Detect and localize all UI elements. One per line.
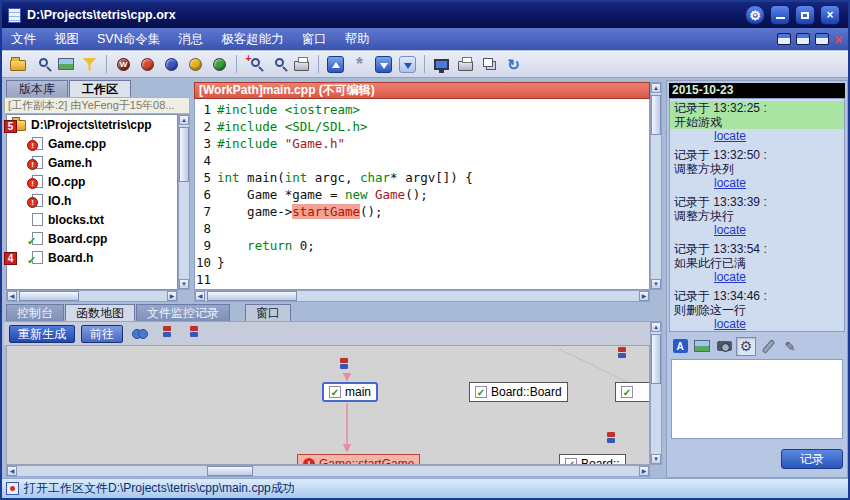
- menu-item-视图[interactable]: 视图: [45, 28, 88, 50]
- red-ball-icon[interactable]: [137, 54, 158, 75]
- scroll-up-icon[interactable]: ▲: [651, 83, 661, 93]
- tree-item[interactable]: IO.h: [7, 191, 177, 210]
- print-preview-icon[interactable]: [455, 54, 476, 75]
- title-bar[interactable]: D:\Projects\tetris\cpp.orx ⚙ ×: [2, 2, 848, 28]
- scrollbar-thumb[interactable]: [207, 466, 253, 476]
- marker-b-icon[interactable]: [183, 323, 204, 344]
- tab-版本库[interactable]: 版本库: [6, 80, 68, 97]
- locate-link[interactable]: locate: [714, 270, 746, 284]
- word-ball-icon[interactable]: W: [113, 54, 134, 75]
- scroll-up-icon[interactable]: ▲: [179, 115, 189, 125]
- tree-item[interactable]: blocks.txt: [7, 210, 177, 229]
- edit-icon[interactable]: ✎: [780, 337, 800, 356]
- tree-item[interactable]: Board.cpp: [7, 229, 177, 248]
- button-重新生成[interactable]: 重新生成: [9, 325, 75, 343]
- graph-node-Board[interactable]: ✓Board::: [559, 454, 626, 465]
- scrollbar-thumb[interactable]: [651, 95, 661, 135]
- map-icon[interactable]: [129, 323, 150, 344]
- menu-item-消息[interactable]: 消息: [169, 28, 212, 50]
- tab-控制台[interactable]: 控制台: [6, 304, 64, 321]
- tab-窗口[interactable]: 窗口: [245, 304, 291, 321]
- blue-ball-icon[interactable]: [161, 54, 182, 75]
- menu-item-极客超能力[interactable]: 极客超能力: [212, 28, 293, 50]
- filter-icon[interactable]: [79, 54, 100, 75]
- scrollbar-thumb[interactable]: [179, 127, 189, 182]
- function-map-graph[interactable]: ✓main✓Board::Board✓!Game::startGame✓Boar…: [6, 345, 650, 465]
- insert-image-icon[interactable]: [692, 337, 712, 356]
- scroll-left-icon[interactable]: ◀: [7, 291, 17, 301]
- scroll-left-icon[interactable]: ◀: [7, 466, 17, 476]
- graph-node[interactable]: ✓: [615, 382, 650, 402]
- button-前往[interactable]: 前往: [81, 325, 123, 343]
- tree-item[interactable]: Game.cpp: [7, 134, 177, 153]
- locate-link[interactable]: locate: [714, 176, 746, 190]
- locate-link[interactable]: locate: [714, 223, 746, 237]
- monitor-icon[interactable]: [431, 54, 452, 75]
- tree-item[interactable]: Game.h: [7, 153, 177, 172]
- open-workspace-icon[interactable]: [7, 54, 28, 75]
- scrollbar-thumb[interactable]: [651, 334, 661, 384]
- zoom-in-icon[interactable]: [243, 54, 264, 75]
- tab-文件监控记录[interactable]: 文件监控记录: [136, 304, 230, 321]
- record-button[interactable]: 记录: [781, 449, 843, 469]
- tree-vertical-scrollbar[interactable]: ▲ ▼: [178, 114, 190, 290]
- scroll-right-icon[interactable]: ▶: [639, 466, 649, 476]
- toggle-left-panel-icon[interactable]: [777, 33, 791, 45]
- yellow-ball-icon[interactable]: [185, 54, 206, 75]
- scrollbar-thumb[interactable]: [207, 291, 297, 301]
- move-down-icon[interactable]: [373, 54, 394, 75]
- scrollbar-thumb[interactable]: [19, 291, 79, 301]
- snowflake-icon[interactable]: *: [349, 54, 370, 75]
- settings-gear-button[interactable]: ⚙: [745, 5, 765, 25]
- tree-item[interactable]: D:\Projects\tetris\cpp: [7, 115, 177, 134]
- locate-link[interactable]: locate: [714, 129, 746, 143]
- tree-item[interactable]: IO.cpp: [7, 172, 177, 191]
- graph-node-BoardBoard[interactable]: ✓Board::Board: [469, 382, 568, 402]
- tab-工作区[interactable]: 工作区: [69, 80, 131, 97]
- graph-horizontal-scrollbar[interactable]: ◀ ▶: [6, 465, 650, 477]
- graph-node-main[interactable]: ✓main: [322, 382, 378, 402]
- code-editor[interactable]: 1#include <iostream>2#include <SDL/SDL.h…: [194, 99, 650, 290]
- green-ball-icon[interactable]: [209, 54, 230, 75]
- tab-函数地图[interactable]: 函数地图: [65, 304, 135, 321]
- tree-horizontal-scrollbar[interactable]: ◀ ▶: [6, 290, 178, 302]
- scroll-left-icon[interactable]: ◀: [195, 291, 205, 301]
- scroll-up-icon[interactable]: ▲: [651, 322, 661, 332]
- print-icon[interactable]: [291, 54, 312, 75]
- graph-vertical-scrollbar[interactable]: ▲ ▼: [650, 321, 662, 465]
- graph-node-GamestartGame[interactable]: !Game::startGame: [297, 454, 420, 465]
- menu-item-SVN命令集[interactable]: SVN命令集: [88, 28, 169, 50]
- scroll-right-icon[interactable]: ▶: [167, 291, 177, 301]
- move-up-icon[interactable]: [325, 54, 346, 75]
- menu-item-窗口[interactable]: 窗口: [293, 28, 336, 50]
- text-style-icon[interactable]: A: [670, 337, 690, 356]
- tree-item[interactable]: Board.h: [7, 248, 177, 267]
- scroll-down-icon[interactable]: ▼: [651, 279, 661, 289]
- image-view-icon[interactable]: [55, 54, 76, 75]
- scroll-down-icon[interactable]: ▼: [179, 279, 189, 289]
- menu-item-文件[interactable]: 文件: [2, 28, 45, 50]
- windows-icon[interactable]: [479, 54, 500, 75]
- zoom-out-icon[interactable]: [267, 54, 288, 75]
- minimize-button[interactable]: [770, 5, 790, 25]
- jump-down-icon[interactable]: [397, 54, 418, 75]
- tool-icon[interactable]: [758, 337, 778, 356]
- scroll-down-icon[interactable]: ▼: [651, 454, 661, 464]
- close-button[interactable]: ×: [820, 5, 840, 25]
- scroll-right-icon[interactable]: ▶: [639, 291, 649, 301]
- menu-item-帮助[interactable]: 帮助: [336, 28, 379, 50]
- marker-a-icon[interactable]: [156, 323, 177, 344]
- toggle-right-panel-icon[interactable]: [815, 33, 829, 45]
- camera-icon[interactable]: [714, 337, 734, 356]
- toggle-bottom-panel-icon[interactable]: [796, 33, 810, 45]
- note-input[interactable]: [671, 359, 843, 439]
- editor-horizontal-scrollbar[interactable]: ◀ ▶: [194, 290, 650, 302]
- locate-link[interactable]: locate: [714, 317, 746, 331]
- file-tree[interactable]: D:\Projects\tetris\cppGame.cppGame.hIO.c…: [6, 114, 178, 290]
- refresh-icon[interactable]: ↻: [503, 54, 524, 75]
- editor-vertical-scrollbar[interactable]: ▲ ▼: [650, 82, 662, 290]
- settings-icon[interactable]: ⚙: [736, 337, 756, 356]
- maximize-button[interactable]: [795, 5, 815, 25]
- search-file-icon[interactable]: [31, 54, 52, 75]
- close-document-icon[interactable]: ×: [834, 33, 842, 46]
